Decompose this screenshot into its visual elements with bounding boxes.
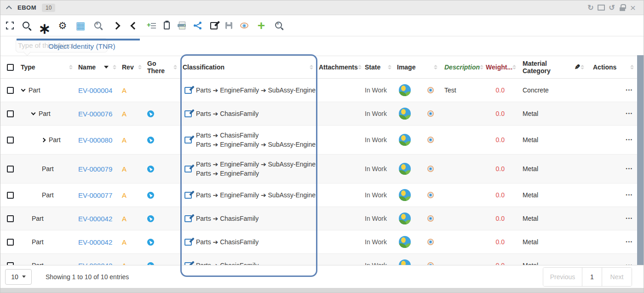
row-checkbox[interactable] bbox=[7, 137, 14, 144]
fullscreen-icon[interactable] bbox=[6, 22, 14, 29]
column-label-name[interactable]: Name bbox=[78, 63, 96, 71]
column-label-actions[interactable]: Actions bbox=[593, 63, 616, 71]
edit-classification-icon[interactable] bbox=[184, 239, 192, 246]
row-checkbox[interactable] bbox=[7, 87, 14, 94]
column-label-weight[interactable]: Weight... bbox=[486, 63, 512, 71]
sort-toggle-icon[interactable] bbox=[358, 65, 362, 69]
search-icon[interactable] bbox=[22, 21, 32, 31]
row-checkbox[interactable] bbox=[7, 192, 14, 199]
column-label-description[interactable]: Description bbox=[444, 63, 480, 71]
column-label-attachments[interactable]: Attachments bbox=[319, 63, 358, 71]
part-thumbnail-image[interactable] bbox=[399, 189, 411, 201]
edit-classification-icon[interactable] bbox=[184, 87, 192, 94]
column-label-material_category[interactable]: Material Category bbox=[523, 60, 574, 75]
vertical-scrollbar[interactable] bbox=[637, 55, 644, 265]
row-checkbox[interactable] bbox=[7, 215, 14, 222]
restore-icon[interactable] bbox=[597, 4, 605, 12]
actions-ellipsis-button[interactable]: ••• bbox=[626, 88, 633, 92]
sort-toggle-icon[interactable] bbox=[630, 65, 634, 69]
actions-ellipsis-button[interactable]: ••• bbox=[626, 193, 633, 197]
item-link[interactable]: EV-000076 bbox=[78, 110, 112, 118]
sort-desc-icon[interactable] bbox=[104, 66, 109, 69]
preview-eye-icon[interactable] bbox=[427, 137, 434, 143]
preview-eye-icon[interactable] bbox=[427, 110, 434, 117]
item-link[interactable]: EV-000004 bbox=[78, 86, 112, 94]
edit-classification-icon[interactable] bbox=[184, 137, 192, 144]
go-there-icon[interactable] bbox=[147, 215, 154, 222]
collapse-panel-icon[interactable] bbox=[6, 6, 12, 11]
item-link[interactable]: EV-000079 bbox=[78, 165, 112, 173]
sort-toggle-icon[interactable] bbox=[69, 65, 73, 69]
item-link[interactable]: EV-000080 bbox=[78, 136, 112, 144]
actions-ellipsis-button[interactable]: ••• bbox=[626, 138, 633, 142]
part-thumbnail-image[interactable] bbox=[399, 259, 411, 265]
edit-classification-icon[interactable] bbox=[184, 192, 192, 199]
row-checkbox[interactable] bbox=[7, 110, 14, 117]
go-there-icon[interactable] bbox=[147, 192, 154, 199]
go-there-icon[interactable] bbox=[147, 166, 154, 172]
sync-icon[interactable] bbox=[586, 4, 595, 12]
undo-icon[interactable] bbox=[608, 4, 616, 12]
add-icon[interactable] bbox=[256, 21, 266, 31]
sort-toggle-icon[interactable] bbox=[173, 65, 177, 69]
burst-icon[interactable] bbox=[40, 21, 50, 31]
part-thumbnail-image[interactable] bbox=[399, 134, 411, 146]
sort-toggle-icon[interactable] bbox=[138, 65, 142, 69]
add-row-icon[interactable] bbox=[147, 22, 156, 29]
previous-page-button[interactable]: Previous bbox=[543, 268, 582, 286]
column-label-state[interactable]: State bbox=[365, 63, 380, 71]
sort-toggle-icon[interactable] bbox=[113, 65, 116, 69]
share-icon[interactable] bbox=[194, 22, 202, 29]
chevron-right-icon[interactable] bbox=[111, 21, 121, 31]
part-thumbnail-image[interactable] bbox=[399, 236, 411, 248]
go-there-icon[interactable] bbox=[147, 137, 154, 144]
page-size-select[interactable]: 10 bbox=[5, 269, 32, 285]
column-label-image[interactable]: Image bbox=[397, 63, 415, 71]
chevron-left-icon[interactable] bbox=[129, 21, 139, 31]
part-thumbnail-image[interactable] bbox=[399, 84, 411, 96]
current-page-button[interactable]: 1 bbox=[582, 268, 602, 286]
part-thumbnail-image[interactable] bbox=[399, 213, 411, 224]
column-label-classification[interactable]: Classification bbox=[183, 63, 224, 71]
print-icon[interactable] bbox=[178, 22, 186, 29]
column-label-go_there[interactable]: Go There bbox=[147, 60, 173, 75]
go-there-icon[interactable] bbox=[147, 239, 154, 246]
edit-classification-icon[interactable] bbox=[184, 110, 192, 117]
tab-object-identity[interactable]: Object Identity (TNR) bbox=[48, 42, 115, 51]
select-all-checkbox[interactable] bbox=[7, 64, 14, 71]
zoom-in-icon[interactable] bbox=[274, 21, 284, 31]
actions-ellipsis-button[interactable]: ••• bbox=[626, 167, 633, 171]
edit-icon[interactable] bbox=[210, 22, 218, 29]
actions-ellipsis-button[interactable]: ••• bbox=[626, 240, 633, 244]
column-label-type[interactable]: Type bbox=[21, 63, 35, 71]
clipboard-icon[interactable] bbox=[164, 22, 170, 29]
preview-eye-icon[interactable] bbox=[427, 166, 434, 172]
sort-toggle-icon[interactable] bbox=[434, 65, 437, 69]
item-link[interactable]: EV-000042 bbox=[78, 262, 112, 265]
settings-icon[interactable] bbox=[58, 21, 68, 31]
actions-ellipsis-button[interactable]: ••• bbox=[626, 111, 633, 116]
sort-toggle-icon[interactable] bbox=[581, 65, 584, 69]
edit-classification-icon[interactable] bbox=[184, 166, 192, 172]
expand-chevron-right-icon[interactable] bbox=[41, 138, 46, 142]
item-link[interactable]: EV-000042 bbox=[78, 238, 112, 246]
lock-icon[interactable] bbox=[618, 4, 627, 12]
save-icon[interactable] bbox=[225, 22, 232, 29]
close-icon[interactable] bbox=[629, 4, 637, 12]
row-checkbox[interactable] bbox=[7, 239, 14, 246]
preview-eye-icon[interactable] bbox=[427, 192, 434, 198]
go-there-icon[interactable] bbox=[147, 110, 154, 117]
actions-ellipsis-button[interactable]: ••• bbox=[626, 216, 633, 221]
edit-classification-icon[interactable] bbox=[184, 215, 192, 222]
part-thumbnail-image[interactable] bbox=[399, 163, 411, 175]
sort-toggle-icon[interactable] bbox=[388, 65, 391, 69]
sort-toggle-icon[interactable] bbox=[310, 65, 313, 69]
item-link[interactable]: EV-000077 bbox=[78, 191, 112, 199]
zoom-search-icon[interactable] bbox=[93, 21, 104, 31]
preview-eye-icon[interactable] bbox=[427, 239, 434, 245]
next-page-button[interactable]: Next bbox=[602, 268, 632, 286]
preview-eye-icon[interactable] bbox=[427, 87, 434, 93]
row-checkbox[interactable] bbox=[7, 166, 14, 172]
table-view-icon[interactable] bbox=[75, 21, 86, 31]
preview-eye-icon[interactable] bbox=[240, 23, 248, 29]
